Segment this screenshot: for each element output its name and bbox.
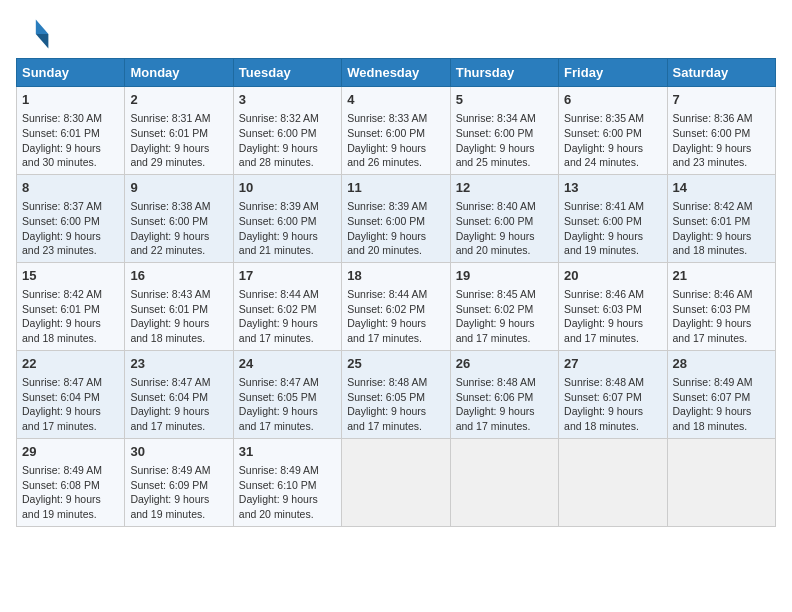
calendar-cell: 6Sunrise: 8:35 AM Sunset: 6:00 PM Daylig… (559, 87, 667, 175)
calendar-cell: 27Sunrise: 8:48 AM Sunset: 6:07 PM Dayli… (559, 350, 667, 438)
day-number: 5 (456, 91, 553, 109)
calendar-cell: 29Sunrise: 8:49 AM Sunset: 6:08 PM Dayli… (17, 438, 125, 526)
day-info: Sunrise: 8:48 AM Sunset: 6:07 PM Dayligh… (564, 375, 661, 434)
day-info: Sunrise: 8:31 AM Sunset: 6:01 PM Dayligh… (130, 111, 227, 170)
day-info: Sunrise: 8:49 AM Sunset: 6:08 PM Dayligh… (22, 463, 119, 522)
calendar-row-3: 22Sunrise: 8:47 AM Sunset: 6:04 PM Dayli… (17, 350, 776, 438)
day-number: 27 (564, 355, 661, 373)
day-number: 25 (347, 355, 444, 373)
day-info: Sunrise: 8:47 AM Sunset: 6:04 PM Dayligh… (130, 375, 227, 434)
day-number: 9 (130, 179, 227, 197)
day-number: 19 (456, 267, 553, 285)
day-info: Sunrise: 8:30 AM Sunset: 6:01 PM Dayligh… (22, 111, 119, 170)
header-wednesday: Wednesday (342, 59, 450, 87)
day-number: 13 (564, 179, 661, 197)
day-number: 31 (239, 443, 336, 461)
day-number: 14 (673, 179, 770, 197)
day-number: 4 (347, 91, 444, 109)
day-info: Sunrise: 8:49 AM Sunset: 6:07 PM Dayligh… (673, 375, 770, 434)
day-number: 3 (239, 91, 336, 109)
calendar-row-0: 1Sunrise: 8:30 AM Sunset: 6:01 PM Daylig… (17, 87, 776, 175)
calendar-cell (559, 438, 667, 526)
calendar-table: SundayMondayTuesdayWednesdayThursdayFrid… (16, 58, 776, 527)
day-info: Sunrise: 8:44 AM Sunset: 6:02 PM Dayligh… (347, 287, 444, 346)
day-info: Sunrise: 8:49 AM Sunset: 6:10 PM Dayligh… (239, 463, 336, 522)
header-thursday: Thursday (450, 59, 558, 87)
day-number: 20 (564, 267, 661, 285)
calendar-cell: 14Sunrise: 8:42 AM Sunset: 6:01 PM Dayli… (667, 174, 775, 262)
day-number: 30 (130, 443, 227, 461)
header-tuesday: Tuesday (233, 59, 341, 87)
day-info: Sunrise: 8:39 AM Sunset: 6:00 PM Dayligh… (239, 199, 336, 258)
day-number: 2 (130, 91, 227, 109)
day-info: Sunrise: 8:42 AM Sunset: 6:01 PM Dayligh… (22, 287, 119, 346)
calendar-cell: 20Sunrise: 8:46 AM Sunset: 6:03 PM Dayli… (559, 262, 667, 350)
day-info: Sunrise: 8:38 AM Sunset: 6:00 PM Dayligh… (130, 199, 227, 258)
calendar-cell: 11Sunrise: 8:39 AM Sunset: 6:00 PM Dayli… (342, 174, 450, 262)
calendar-cell: 10Sunrise: 8:39 AM Sunset: 6:00 PM Dayli… (233, 174, 341, 262)
day-info: Sunrise: 8:36 AM Sunset: 6:00 PM Dayligh… (673, 111, 770, 170)
calendar-cell: 2Sunrise: 8:31 AM Sunset: 6:01 PM Daylig… (125, 87, 233, 175)
svg-marker-0 (36, 20, 49, 34)
day-number: 22 (22, 355, 119, 373)
logo-icon (16, 16, 52, 52)
calendar-row-1: 8Sunrise: 8:37 AM Sunset: 6:00 PM Daylig… (17, 174, 776, 262)
calendar-cell: 22Sunrise: 8:47 AM Sunset: 6:04 PM Dayli… (17, 350, 125, 438)
day-number: 29 (22, 443, 119, 461)
svg-marker-1 (36, 34, 49, 48)
day-number: 10 (239, 179, 336, 197)
day-number: 28 (673, 355, 770, 373)
day-info: Sunrise: 8:45 AM Sunset: 6:02 PM Dayligh… (456, 287, 553, 346)
day-info: Sunrise: 8:48 AM Sunset: 6:06 PM Dayligh… (456, 375, 553, 434)
day-number: 17 (239, 267, 336, 285)
day-info: Sunrise: 8:40 AM Sunset: 6:00 PM Dayligh… (456, 199, 553, 258)
calendar-cell: 28Sunrise: 8:49 AM Sunset: 6:07 PM Dayli… (667, 350, 775, 438)
day-info: Sunrise: 8:33 AM Sunset: 6:00 PM Dayligh… (347, 111, 444, 170)
calendar-cell: 8Sunrise: 8:37 AM Sunset: 6:00 PM Daylig… (17, 174, 125, 262)
day-number: 21 (673, 267, 770, 285)
day-info: Sunrise: 8:42 AM Sunset: 6:01 PM Dayligh… (673, 199, 770, 258)
calendar-cell: 4Sunrise: 8:33 AM Sunset: 6:00 PM Daylig… (342, 87, 450, 175)
day-info: Sunrise: 8:43 AM Sunset: 6:01 PM Dayligh… (130, 287, 227, 346)
calendar-cell (450, 438, 558, 526)
calendar-cell: 31Sunrise: 8:49 AM Sunset: 6:10 PM Dayli… (233, 438, 341, 526)
calendar-cell: 30Sunrise: 8:49 AM Sunset: 6:09 PM Dayli… (125, 438, 233, 526)
calendar-cell: 23Sunrise: 8:47 AM Sunset: 6:04 PM Dayli… (125, 350, 233, 438)
day-number: 24 (239, 355, 336, 373)
calendar-cell: 5Sunrise: 8:34 AM Sunset: 6:00 PM Daylig… (450, 87, 558, 175)
day-info: Sunrise: 8:44 AM Sunset: 6:02 PM Dayligh… (239, 287, 336, 346)
day-info: Sunrise: 8:48 AM Sunset: 6:05 PM Dayligh… (347, 375, 444, 434)
logo (16, 16, 56, 52)
day-number: 23 (130, 355, 227, 373)
header-sunday: Sunday (17, 59, 125, 87)
day-info: Sunrise: 8:34 AM Sunset: 6:00 PM Dayligh… (456, 111, 553, 170)
day-info: Sunrise: 8:47 AM Sunset: 6:04 PM Dayligh… (22, 375, 119, 434)
day-number: 1 (22, 91, 119, 109)
day-number: 18 (347, 267, 444, 285)
header-saturday: Saturday (667, 59, 775, 87)
calendar-header: SundayMondayTuesdayWednesdayThursdayFrid… (17, 59, 776, 87)
header-friday: Friday (559, 59, 667, 87)
calendar-cell: 7Sunrise: 8:36 AM Sunset: 6:00 PM Daylig… (667, 87, 775, 175)
day-number: 26 (456, 355, 553, 373)
day-number: 11 (347, 179, 444, 197)
day-info: Sunrise: 8:46 AM Sunset: 6:03 PM Dayligh… (564, 287, 661, 346)
calendar-body: 1Sunrise: 8:30 AM Sunset: 6:01 PM Daylig… (17, 87, 776, 527)
day-number: 15 (22, 267, 119, 285)
header-row: SundayMondayTuesdayWednesdayThursdayFrid… (17, 59, 776, 87)
day-info: Sunrise: 8:32 AM Sunset: 6:00 PM Dayligh… (239, 111, 336, 170)
calendar-cell: 19Sunrise: 8:45 AM Sunset: 6:02 PM Dayli… (450, 262, 558, 350)
day-info: Sunrise: 8:41 AM Sunset: 6:00 PM Dayligh… (564, 199, 661, 258)
calendar-cell: 12Sunrise: 8:40 AM Sunset: 6:00 PM Dayli… (450, 174, 558, 262)
calendar-cell: 15Sunrise: 8:42 AM Sunset: 6:01 PM Dayli… (17, 262, 125, 350)
calendar-cell: 18Sunrise: 8:44 AM Sunset: 6:02 PM Dayli… (342, 262, 450, 350)
day-info: Sunrise: 8:49 AM Sunset: 6:09 PM Dayligh… (130, 463, 227, 522)
calendar-row-4: 29Sunrise: 8:49 AM Sunset: 6:08 PM Dayli… (17, 438, 776, 526)
calendar-cell: 3Sunrise: 8:32 AM Sunset: 6:00 PM Daylig… (233, 87, 341, 175)
calendar-cell: 26Sunrise: 8:48 AM Sunset: 6:06 PM Dayli… (450, 350, 558, 438)
calendar-cell: 24Sunrise: 8:47 AM Sunset: 6:05 PM Dayli… (233, 350, 341, 438)
day-info: Sunrise: 8:39 AM Sunset: 6:00 PM Dayligh… (347, 199, 444, 258)
day-number: 6 (564, 91, 661, 109)
calendar-cell: 16Sunrise: 8:43 AM Sunset: 6:01 PM Dayli… (125, 262, 233, 350)
calendar-cell: 25Sunrise: 8:48 AM Sunset: 6:05 PM Dayli… (342, 350, 450, 438)
